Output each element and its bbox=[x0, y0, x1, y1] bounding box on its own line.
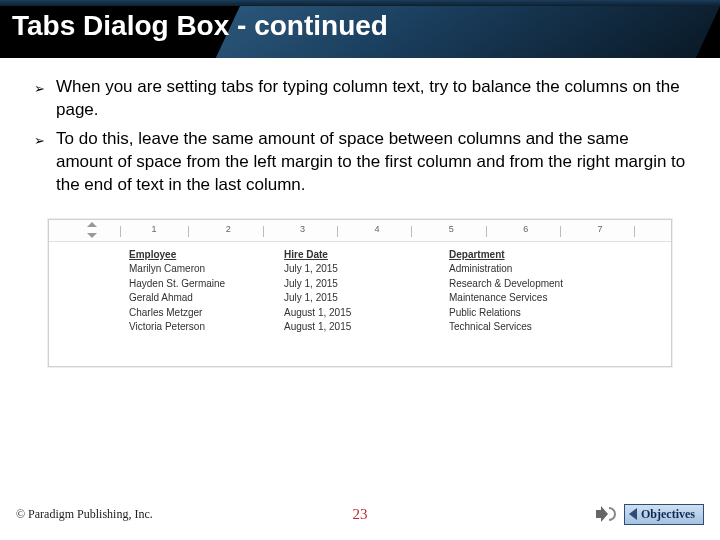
bullet-list: ➢When you are setting tabs for typing co… bbox=[34, 76, 686, 197]
table-row: Gerald AhmadJuly 1, 2015Maintenance Serv… bbox=[49, 291, 671, 306]
copyright-text: © Paradigm Publishing, Inc. bbox=[16, 507, 153, 522]
page-number: 23 bbox=[353, 506, 368, 523]
ruler-number: 2 bbox=[226, 224, 231, 234]
bullet-item: ➢To do this, leave the same amount of sp… bbox=[34, 128, 686, 197]
word-ruler-screenshot: 1 2 3 4 5 6 7 Employee Hire Date Departm… bbox=[48, 219, 672, 367]
table-header-row: Employee Hire Date Department bbox=[49, 248, 671, 263]
ruler-ticks: 1 2 3 4 5 6 7 bbox=[91, 220, 663, 241]
ruler-number: 3 bbox=[300, 224, 305, 234]
table-row: Victoria PetersonAugust 1, 2015Technical… bbox=[49, 320, 671, 335]
ruler-number: 5 bbox=[449, 224, 454, 234]
ruler: 1 2 3 4 5 6 7 bbox=[49, 220, 671, 242]
ruler-number: 4 bbox=[374, 224, 379, 234]
table-row: Hayden St. GermaineJuly 1, 2015Research … bbox=[49, 277, 671, 292]
document-body: Employee Hire Date Department Marilyn Ca… bbox=[49, 242, 671, 335]
footer-right: Objectives bbox=[596, 504, 704, 525]
bullet-text: To do this, leave the same amount of spa… bbox=[56, 129, 685, 194]
slide-title: Tabs Dialog Box - continued bbox=[12, 10, 388, 42]
content-area: ➢When you are setting tabs for typing co… bbox=[0, 58, 720, 540]
triangle-left-icon bbox=[629, 508, 637, 520]
table-row: Charles MetzgerAugust 1, 2015Public Rela… bbox=[49, 306, 671, 321]
col-header: Employee bbox=[49, 248, 284, 263]
bullet-item: ➢When you are setting tabs for typing co… bbox=[34, 76, 686, 122]
bullet-text: When you are setting tabs for typing col… bbox=[56, 77, 680, 119]
ruler-number: 6 bbox=[523, 224, 528, 234]
col-header: Hire Date bbox=[284, 248, 449, 263]
ruler-number: 1 bbox=[151, 224, 156, 234]
objectives-button[interactable]: Objectives bbox=[624, 504, 704, 525]
ruler-number: 7 bbox=[598, 224, 603, 234]
speaker-icon[interactable] bbox=[596, 505, 616, 523]
col-header: Department bbox=[449, 248, 671, 263]
arrow-icon: ➢ bbox=[34, 80, 45, 98]
slide: Tabs Dialog Box - continued ➢When you ar… bbox=[0, 0, 720, 540]
title-bar: Tabs Dialog Box - continued bbox=[0, 0, 720, 58]
arrow-icon: ➢ bbox=[34, 132, 45, 150]
table-row: Marilyn CameronJuly 1, 2015Administratio… bbox=[49, 262, 671, 277]
footer: © Paradigm Publishing, Inc. 23 Objective… bbox=[0, 500, 720, 528]
nav-label: Objectives bbox=[641, 507, 695, 522]
